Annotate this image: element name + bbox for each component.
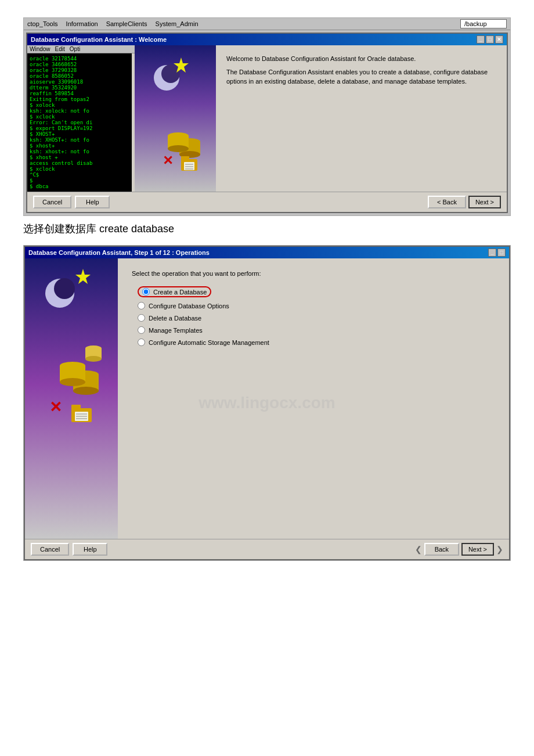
footer-left-buttons: Cancel Help <box>33 196 110 208</box>
welcome-svg: ✕ <box>135 45 216 192</box>
step-footer-left: Cancel Help <box>31 543 107 556</box>
terminal-line: oracle 32178544 <box>30 56 129 62</box>
step-window-buttons: _ □ <box>488 249 506 257</box>
menu-sampleclients[interactable]: SampleClients <box>106 20 147 27</box>
svg-rect-11 <box>181 156 189 161</box>
label-configure-db: Configure Database Options <box>149 303 229 309</box>
radio-group: Create a Database Configure Database Opt… <box>138 286 495 346</box>
menu-ctop-tools[interactable]: ctop_Tools <box>27 20 58 27</box>
cancel-button[interactable]: Cancel <box>33 196 71 208</box>
step-svg: ✕ <box>25 258 118 537</box>
terminal-line: $ xolock <box>30 102 129 108</box>
step-back-button[interactable]: Back <box>424 543 459 556</box>
option-configure-db[interactable]: Configure Database Options <box>138 302 495 309</box>
welcome-p1: Welcome to Database Configuration Assist… <box>226 55 496 63</box>
window-buttons: _ □ ✕ <box>477 35 503 44</box>
terminal-line: $ export DISPLAY=192 <box>30 125 129 131</box>
step-maximize-button[interactable]: □ <box>497 249 506 257</box>
terminal-line: $ xclock <box>30 166 129 172</box>
menu-system-admin[interactable]: System_Admin <box>156 20 199 27</box>
step-footer-right: ❮ Back Next > ❯ <box>415 543 503 556</box>
radio-manage-templates[interactable] <box>138 326 145 334</box>
radio-configure-db[interactable] <box>138 302 145 309</box>
step-cancel-button[interactable]: Cancel <box>31 543 69 556</box>
menu-edit[interactable]: Edit <box>55 46 65 52</box>
close-button[interactable]: ✕ <box>495 35 503 44</box>
next-chevron-icon: ❯ <box>496 545 503 554</box>
svg-rect-30 <box>71 405 81 411</box>
label-configure-asm: Configure Automatic Storage Management <box>149 339 269 346</box>
terminal-line: ksh: xhost+: not fo <box>30 149 129 154</box>
svg-point-17 <box>54 278 75 299</box>
menu-opti[interactable]: Opti <box>70 46 80 52</box>
terminal-line: reaffin 589854 <box>30 91 129 96</box>
label-manage-templates: Manage Templates <box>149 327 203 334</box>
welcome-graphic: ✕ <box>135 45 216 192</box>
terminal-line: $ dbca <box>30 183 129 189</box>
next-button[interactable]: Next > <box>468 196 501 208</box>
label-create-db: Create a Database <box>153 289 207 296</box>
menu-information[interactable]: Information <box>66 20 98 27</box>
svg-marker-18 <box>75 269 91 284</box>
welcome-titlebar: Database Configuration Assistant : Welco… <box>27 34 507 45</box>
terminal-line: dtterm 35324920 <box>30 85 129 91</box>
step-footer: Cancel Help ❮ Back Next > ❯ <box>25 539 509 559</box>
step-graphic: ✕ <box>25 258 118 539</box>
option-manage-templates[interactable]: Manage Templates <box>138 326 495 334</box>
terminal-line: $ <box>30 178 129 183</box>
terminal-line: oracle 8586052 <box>30 73 129 79</box>
terminal-line: Error: Can't open di <box>30 120 129 125</box>
terminal-line: $ XHOST+ <box>30 131 129 137</box>
svg-text:✕: ✕ <box>49 398 62 416</box>
welcome-text-panel: Welcome to Database Configuration Assist… <box>216 45 507 192</box>
terminal-line: ^C$ <box>30 172 129 178</box>
welcome-p2: The Database Configuration Assistant ena… <box>226 68 496 86</box>
back-chevron-icon: ❮ <box>415 545 422 554</box>
terminal-panel: oracle 32178544oracle 34668652oracle 372… <box>27 53 132 192</box>
help-button[interactable]: Help <box>75 196 110 208</box>
option-configure-asm[interactable]: Configure Automatic Storage Management <box>138 339 495 346</box>
os-menubar: ctop_Tools Information SampleClients Sys… <box>24 18 510 30</box>
step-title: Database Configuration Assistant, Step 1… <box>28 249 210 256</box>
label-delete-db: Delete a Database <box>149 315 201 322</box>
terminal-line: $ xhost + <box>30 154 129 160</box>
terminal-line: aioserve 33096018 <box>30 79 129 85</box>
welcome-footer: Cancel Help < Back Next > <box>27 192 507 212</box>
radio-delete-db[interactable] <box>138 314 145 322</box>
terminal-line: access control disab <box>30 160 129 166</box>
welcome-dialog: Database Configuration Assistant : Welco… <box>26 33 508 213</box>
welcome-title: Database Configuration Assistant : Welco… <box>31 36 167 43</box>
svg-text:✕: ✕ <box>163 153 173 168</box>
menu-window[interactable]: Window <box>30 46 50 52</box>
terminal-container: Window Edit Opti oracle 32178544oracle 3… <box>27 45 135 192</box>
step-titlebar: Database Configuration Assistant, Step 1… <box>25 247 509 258</box>
caption: 选择创建数据库 create database <box>23 222 511 236</box>
terminal-menubar: Window Edit Opti <box>27 45 135 53</box>
page: ctop_Tools Information SampleClients Sys… <box>0 0 534 584</box>
step-minimize-button[interactable]: _ <box>488 249 496 257</box>
option-delete-db[interactable]: Delete a Database <box>138 314 495 322</box>
option-create-db-highlighted: Create a Database <box>138 286 211 297</box>
terminal-line: $ xclock <box>30 114 129 120</box>
maximize-button[interactable]: □ <box>486 35 494 44</box>
step-prompt: Select the operation that you want to pe… <box>132 270 495 277</box>
footer-right-buttons: < Back Next > <box>428 196 501 208</box>
svg-point-1 <box>161 64 180 83</box>
svg-point-24 <box>60 378 85 386</box>
option-create-db[interactable]: Create a Database <box>138 286 495 297</box>
terminal-line: oracle 37290328 <box>30 67 129 73</box>
svg-point-27 <box>85 356 102 362</box>
terminal-line: ksh: XHOST+: not fo <box>30 137 129 143</box>
terminal-line: Exiting from topas2 <box>30 96 129 102</box>
minimize-button[interactable]: _ <box>477 35 485 44</box>
svg-point-8 <box>168 145 189 152</box>
step-dialog: Database Configuration Assistant, Step 1… <box>24 246 510 560</box>
terminal-line: oracle 34668652 <box>30 62 129 67</box>
step-body: ✕ Select the operation that you want to … <box>25 258 509 539</box>
step-help-button[interactable]: Help <box>73 543 107 556</box>
back-button[interactable]: < Back <box>428 196 466 208</box>
radio-configure-asm[interactable] <box>138 339 145 346</box>
radio-create-db[interactable] <box>142 288 150 296</box>
step-next-button[interactable]: Next > <box>461 543 494 556</box>
welcome-dialog-body: Window Edit Opti oracle 32178544oracle 3… <box>27 45 507 192</box>
